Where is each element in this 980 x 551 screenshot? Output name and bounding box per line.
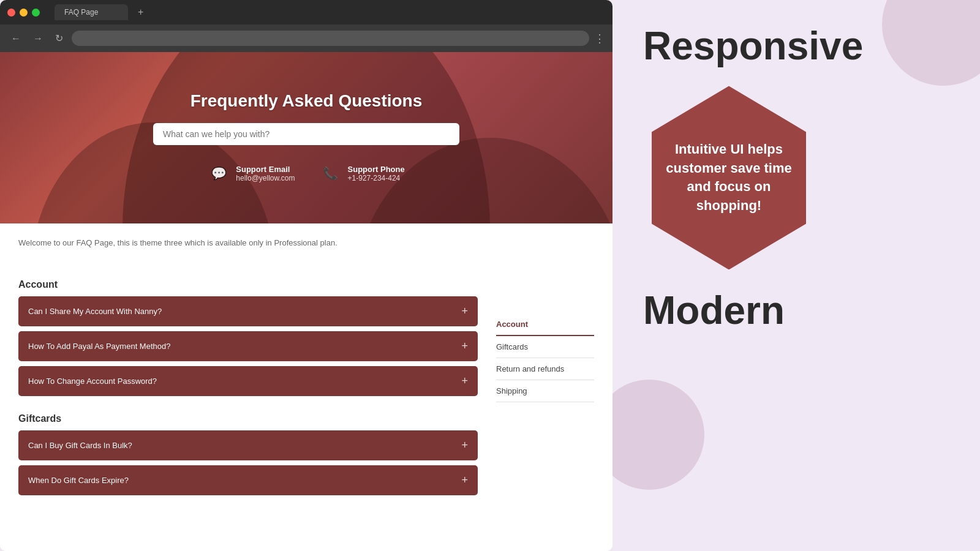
hexagon-container: Intuitive UI helps customer save time an… bbox=[643, 86, 949, 269]
browser-titlebar: FAQ Page + bbox=[0, 0, 612, 24]
faq-sidebar: Account Giftcards Return and refunds Shi… bbox=[496, 313, 594, 512]
back-button[interactable]: ← bbox=[7, 31, 24, 47]
support-email-item: 💬 Support Email hello@yellow.com bbox=[208, 162, 295, 184]
main-content: Account Can I Share My Account With Nann… bbox=[0, 264, 612, 527]
section-title-giftcards: Giftcards bbox=[18, 413, 478, 424]
search-input[interactable] bbox=[153, 123, 459, 145]
support-phone-text: Support Phone +1-927-234-424 bbox=[348, 165, 405, 182]
search-bar bbox=[153, 123, 459, 145]
faq-item[interactable]: Can I Share My Account With Nanny? + bbox=[18, 296, 478, 326]
modern-title: Modern bbox=[643, 288, 949, 333]
phone-icon: 📞 bbox=[320, 162, 342, 184]
reload-button[interactable]: ↻ bbox=[51, 30, 67, 47]
faq-question: How To Change Account Password? bbox=[28, 377, 157, 386]
responsive-title: Responsive bbox=[643, 24, 949, 67]
browser-chrome: FAQ Page + ← → ↻ ⋮ bbox=[0, 0, 612, 52]
minimize-button[interactable] bbox=[20, 9, 28, 17]
forward-button[interactable]: → bbox=[29, 31, 47, 47]
expand-icon: + bbox=[461, 474, 468, 487]
support-phone-item: 📞 Support Phone +1-927-234-424 bbox=[320, 162, 405, 184]
expand-icon: + bbox=[461, 439, 468, 452]
support-email-label: Support Email bbox=[236, 165, 295, 174]
hero-section: Frequently Asked Questions 💬 Support Ema… bbox=[0, 52, 612, 223]
faq-question: Can I Share My Account With Nanny? bbox=[28, 307, 162, 316]
sidebar-item-giftcards[interactable]: Giftcards bbox=[496, 336, 594, 358]
page-content: Frequently Asked Questions 💬 Support Ema… bbox=[0, 52, 612, 551]
sidebar-item-account[interactable]: Account bbox=[496, 313, 594, 336]
page-title: Frequently Asked Questions bbox=[190, 91, 423, 111]
support-phone-value: +1-927-234-424 bbox=[348, 174, 405, 182]
faq-question: When Do Gift Cards Expire? bbox=[28, 476, 129, 485]
expand-icon: + bbox=[461, 305, 468, 318]
traffic-lights bbox=[7, 9, 40, 17]
browser-toolbar: ← → ↻ ⋮ bbox=[0, 24, 612, 52]
hexagon-text: Intuitive UI helps customer save time an… bbox=[662, 140, 796, 216]
support-email-text: Support Email hello@yellow.com bbox=[236, 165, 295, 182]
sidebar-item-shipping[interactable]: Shipping bbox=[496, 380, 594, 402]
faq-sections: Account Can I Share My Account With Nann… bbox=[18, 279, 478, 512]
close-button[interactable] bbox=[7, 9, 15, 17]
hexagon-shape: Intuitive UI helps customer save time an… bbox=[643, 86, 815, 269]
faq-item[interactable]: How To Change Account Password? + bbox=[18, 366, 478, 396]
url-bar[interactable] bbox=[72, 31, 589, 46]
menu-button[interactable]: ⋮ bbox=[594, 32, 605, 45]
email-icon: 💬 bbox=[208, 162, 230, 184]
support-info: 💬 Support Email hello@yellow.com 📞 Suppo… bbox=[208, 162, 404, 184]
faq-item[interactable]: When Do Gift Cards Expire? + bbox=[18, 465, 478, 495]
faq-question: How To Add Payal As Payment Method? bbox=[28, 342, 170, 351]
faq-item[interactable]: Can I Buy Gift Cards In Bulk? + bbox=[18, 430, 478, 460]
maximize-button[interactable] bbox=[32, 9, 40, 17]
browser-window: FAQ Page + ← → ↻ ⋮ Frequently Asked Ques… bbox=[0, 0, 612, 551]
welcome-text: Welcome to our FAQ Page, this is theme t… bbox=[0, 223, 612, 247]
faq-question: Can I Buy Gift Cards In Bulk? bbox=[28, 441, 132, 450]
sidebar-item-return-refunds[interactable]: Return and refunds bbox=[496, 358, 594, 380]
tab-label: FAQ Page bbox=[64, 8, 98, 17]
faq-section-giftcards: Giftcards Can I Buy Gift Cards In Bulk? … bbox=[18, 413, 478, 495]
faq-item[interactable]: How To Add Payal As Payment Method? + bbox=[18, 331, 478, 361]
faq-section-account: Account Can I Share My Account With Nann… bbox=[18, 279, 478, 396]
section-title-account: Account bbox=[18, 279, 478, 290]
support-phone-label: Support Phone bbox=[348, 165, 405, 174]
right-panel: Responsive Intuitive UI helps customer s… bbox=[612, 0, 980, 551]
new-tab-button[interactable]: + bbox=[138, 7, 143, 18]
support-email-value: hello@yellow.com bbox=[236, 174, 295, 182]
browser-tab[interactable]: FAQ Page bbox=[55, 4, 128, 20]
expand-icon: + bbox=[461, 340, 468, 353]
expand-icon: + bbox=[461, 375, 468, 388]
